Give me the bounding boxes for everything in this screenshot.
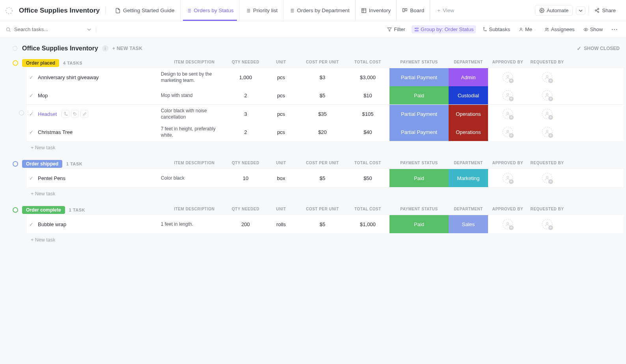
new-task-row[interactable]: + New task	[10, 141, 624, 150]
status-circle-icon[interactable]	[13, 60, 18, 66]
task-row[interactable]: ✓ Christmas Tree7 feet in height, prefer…	[27, 123, 624, 141]
col-qty[interactable]: QTY NEEDED	[228, 207, 263, 211]
task-name-text[interactable]: Headset	[38, 111, 57, 117]
col-cost-per-unit[interactable]: COST PER UNIT	[299, 161, 346, 165]
search-input[interactable]	[14, 26, 84, 32]
assign-person-button[interactable]: +	[503, 219, 513, 229]
status-pill[interactable]: Order complete	[22, 206, 65, 214]
group-by-button[interactable]: Group by: Order Status	[412, 25, 476, 33]
cell-unit[interactable]: box	[263, 175, 299, 181]
cell-approved-by[interactable]: +	[488, 90, 527, 100]
col-department[interactable]: DEPARTMENT	[449, 60, 488, 64]
cell-total-cost[interactable]: $10	[346, 93, 389, 98]
cell-total-cost[interactable]: $1,000	[346, 221, 389, 227]
info-icon[interactable]: i	[102, 45, 108, 52]
status-pill[interactable]: Order shipped	[22, 160, 62, 168]
task-row[interactable]: ✓ Bubble wrap1 feet in length. 200 rolls…	[27, 215, 624, 233]
add-view-button[interactable]: + View	[432, 7, 460, 13]
new-task-link[interactable]: + NEW TASK	[112, 46, 142, 51]
cell-department[interactable]: Custodial	[449, 86, 488, 104]
col-cost-per-unit[interactable]: COST PER UNIT	[299, 60, 346, 64]
cell-approved-by[interactable]: +	[488, 72, 527, 82]
automate-button[interactable]: Automate	[535, 5, 573, 16]
view-tab-orders-by-status[interactable]: Orders by Status	[181, 0, 240, 21]
cell-payment-status[interactable]: Paid	[389, 215, 449, 233]
assign-person-button[interactable]: +	[542, 72, 552, 82]
task-row[interactable]: ✓ Pentel PensColor black 10 box $5 $50Pa…	[27, 169, 624, 187]
cell-total-cost[interactable]: $40	[346, 129, 389, 135]
cell-cost-per-unit[interactable]: $35	[299, 111, 346, 117]
col-approved-by[interactable]: APPROVED BY	[488, 161, 527, 165]
cell-requested-by[interactable]: +	[527, 173, 567, 183]
subtasks-button[interactable]: Subtasks	[480, 25, 512, 33]
cell-requested-by[interactable]: +	[527, 219, 567, 229]
filter-button[interactable]: Filter	[385, 25, 408, 33]
cell-total-cost[interactable]: $3,000	[346, 74, 389, 80]
cell-cost-per-unit[interactable]: $5	[299, 175, 346, 181]
cell-unit[interactable]: pcs	[263, 74, 299, 80]
task-row[interactable]: ✓ Anniversary shirt giveawayDesign to be…	[27, 68, 624, 86]
cell-cost-per-unit[interactable]: $20	[299, 129, 346, 135]
cell-cost-per-unit[interactable]: $5	[299, 93, 346, 98]
tag-icon[interactable]	[71, 110, 79, 118]
col-total-cost[interactable]: TOTAL COST	[346, 161, 389, 165]
cell-unit[interactable]: pcs	[263, 129, 299, 135]
col-unit[interactable]: UNIT	[263, 60, 299, 64]
assign-person-button[interactable]: +	[503, 109, 513, 119]
task-row[interactable]: ✓ MopMop with stand 2 pcs $5 $10PaidCust…	[27, 86, 624, 104]
cell-unit[interactable]: rolls	[263, 221, 299, 227]
check-icon[interactable]: ✓	[29, 74, 35, 80]
cell-total-cost[interactable]: $105	[346, 111, 389, 117]
edit-icon[interactable]	[80, 110, 88, 118]
view-tab-inventory[interactable]: Inventory	[356, 0, 397, 21]
list-title[interactable]: Office Supplies Inventory	[22, 45, 98, 52]
col-approved-by[interactable]: APPROVED BY	[488, 60, 527, 64]
col-item-description[interactable]: ITEM DESCRIPTION	[161, 60, 228, 64]
cell-item-description[interactable]: 7 feet in height, preferably white.	[161, 126, 228, 138]
page-title[interactable]: Office Supplies Inventory	[19, 7, 106, 15]
cell-cost-per-unit[interactable]: $5	[299, 221, 346, 227]
me-button[interactable]: Me ·	[516, 25, 538, 33]
col-unit[interactable]: UNIT	[263, 161, 299, 165]
check-icon[interactable]: ✓	[29, 129, 35, 135]
cell-department[interactable]: Marketing	[449, 169, 488, 187]
col-item-description[interactable]: ITEM DESCRIPTION	[161, 207, 228, 211]
more-button[interactable]: ···	[609, 25, 620, 33]
cell-department[interactable]: Operations	[449, 123, 488, 141]
assign-person-button[interactable]: +	[542, 109, 552, 119]
cell-qty[interactable]: 1,000	[228, 74, 263, 80]
col-payment-status[interactable]: PAYMENT STATUS	[389, 207, 449, 211]
assign-person-button[interactable]: +	[503, 173, 513, 183]
cell-item-description[interactable]: Mop with stand	[161, 92, 228, 98]
assign-person-button[interactable]: +	[503, 90, 513, 100]
col-cost-per-unit[interactable]: COST PER UNIT	[299, 207, 346, 211]
new-task-row[interactable]: + New task	[10, 187, 624, 197]
cell-department[interactable]: Sales	[449, 215, 488, 233]
share-button[interactable]: Share	[589, 6, 620, 15]
col-requested-by[interactable]: REQUESTED BY	[527, 207, 567, 211]
col-requested-by[interactable]: REQUESTED BY	[527, 60, 567, 64]
check-icon[interactable]: ✓	[29, 221, 35, 227]
cell-requested-by[interactable]: +	[527, 90, 567, 100]
status-circle-icon[interactable]	[13, 207, 18, 213]
cell-item-description[interactable]: 1 feet in length.	[161, 221, 228, 227]
assign-person-button[interactable]: +	[542, 90, 552, 100]
task-name-text[interactable]: Pentel Pens	[38, 175, 65, 181]
col-payment-status[interactable]: PAYMENT STATUS	[389, 161, 449, 165]
cell-qty[interactable]: 2	[228, 93, 263, 98]
chevron-down-icon[interactable]	[87, 28, 91, 32]
cell-approved-by[interactable]: +	[488, 173, 527, 183]
cell-item-description[interactable]: Color black with noise cancellation	[161, 108, 228, 120]
assignees-button[interactable]: Assignees	[542, 25, 577, 33]
col-requested-by[interactable]: REQUESTED BY	[527, 161, 567, 165]
status-pill[interactable]: Order placed	[22, 59, 59, 67]
task-name-text[interactable]: Mop	[38, 93, 48, 98]
cell-qty[interactable]: 10	[228, 175, 263, 181]
col-unit[interactable]: UNIT	[263, 207, 299, 211]
show-button[interactable]: Show	[581, 25, 606, 33]
assign-person-button[interactable]: +	[542, 173, 552, 183]
assign-person-button[interactable]: +	[503, 72, 513, 82]
view-tab-getting-started-guide[interactable]: Getting Started Guide	[110, 0, 181, 21]
assign-person-button[interactable]: +	[503, 127, 513, 137]
cell-qty[interactable]: 2	[228, 129, 263, 135]
